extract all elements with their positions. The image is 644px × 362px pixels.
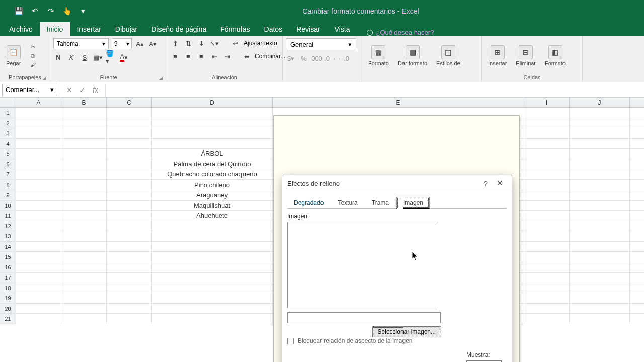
cell[interactable] — [61, 169, 107, 179]
cell[interactable] — [152, 273, 273, 283]
col-header[interactable]: C — [107, 98, 152, 107]
align-center-icon[interactable]: ≡ — [183, 51, 193, 61]
cell[interactable] — [524, 180, 570, 190]
cell[interactable] — [16, 221, 61, 231]
cell[interactable]: Quebracho colorado chaqueño — [152, 169, 273, 179]
font-name-select[interactable]: Tahoma▾ — [53, 38, 109, 49]
increase-indent-icon[interactable]: ⇥ — [222, 51, 232, 61]
merge-button[interactable]: Combinar... — [255, 53, 285, 60]
cell[interactable] — [524, 293, 570, 303]
close-button[interactable]: ✕ — [493, 178, 507, 188]
tab-archivo[interactable]: Archivo — [2, 22, 40, 36]
col-header[interactable]: A — [16, 98, 61, 107]
cell[interactable] — [61, 231, 107, 241]
tab-datos[interactable]: Datos — [257, 22, 290, 36]
tab-imagen[interactable]: Imagen — [396, 197, 430, 209]
cell[interactable] — [107, 149, 152, 159]
row-header[interactable]: 3 — [0, 128, 16, 138]
cell[interactable] — [107, 283, 152, 293]
borders-button[interactable]: ▦▾ — [93, 52, 103, 62]
cell[interactable] — [152, 108, 273, 118]
cell[interactable] — [107, 252, 152, 262]
cell[interactable] — [570, 118, 630, 128]
cell[interactable] — [152, 118, 273, 128]
align-bottom-icon[interactable]: ⬇ — [196, 38, 206, 48]
cell[interactable] — [16, 273, 61, 283]
cell[interactable] — [16, 242, 61, 252]
cell[interactable] — [570, 252, 630, 262]
col-header[interactable]: I — [524, 98, 570, 107]
cell[interactable] — [61, 211, 107, 221]
row-header[interactable]: 7 — [0, 169, 16, 179]
row-header[interactable]: 19 — [0, 293, 16, 303]
cell[interactable] — [107, 293, 152, 303]
cell[interactable] — [570, 304, 630, 314]
cell[interactable] — [16, 190, 61, 200]
customize-icon[interactable]: ▾ — [78, 7, 88, 16]
currency-icon[interactable]: $▾ — [286, 53, 296, 63]
row-header[interactable]: 2 — [0, 118, 16, 128]
cell[interactable] — [524, 118, 570, 128]
decrease-decimal-icon[interactable]: ←.0 — [338, 53, 348, 63]
cell[interactable] — [524, 149, 570, 159]
cell[interactable] — [524, 211, 570, 221]
format-cells-button[interactable]: ◧Formato — [542, 43, 569, 68]
cancel-formula-icon[interactable]: ✕ — [66, 86, 72, 94]
select-image-button[interactable]: Seleccionar imagen... — [372, 326, 441, 337]
cell[interactable] — [524, 190, 570, 200]
font-size-select[interactable]: 9▾ — [112, 38, 132, 49]
cell[interactable] — [152, 252, 273, 262]
cell[interactable] — [524, 221, 570, 231]
enter-formula-icon[interactable]: ✓ — [79, 86, 86, 94]
cell[interactable]: Araguaney — [152, 190, 273, 200]
cell[interactable] — [16, 128, 61, 138]
cell[interactable] — [152, 221, 273, 231]
cell[interactable] — [152, 262, 273, 273]
col-header[interactable]: B — [61, 98, 107, 107]
orientation-icon[interactable]: ⤡▾ — [209, 38, 219, 48]
underline-button[interactable]: S — [79, 52, 90, 62]
align-middle-icon[interactable]: ⇅ — [183, 38, 193, 48]
cell[interactable] — [570, 180, 630, 190]
grow-font-icon[interactable]: A▴ — [135, 39, 145, 49]
cell[interactable] — [16, 159, 61, 169]
align-right-icon[interactable]: ≡ — [196, 51, 206, 61]
cell[interactable] — [152, 128, 273, 138]
tab-formulas[interactable]: Fórmulas — [213, 22, 257, 36]
fill-color-button[interactable]: 🪣▾ — [106, 52, 116, 62]
increase-decimal-icon[interactable]: .0→ — [325, 53, 335, 63]
cell[interactable] — [570, 262, 630, 273]
cell[interactable] — [16, 180, 61, 190]
cell[interactable] — [524, 242, 570, 252]
shrink-font-icon[interactable]: A▾ — [148, 39, 158, 49]
cell[interactable] — [16, 149, 61, 159]
cell[interactable] — [61, 242, 107, 252]
cell[interactable] — [152, 293, 273, 303]
formula-input[interactable] — [105, 84, 644, 96]
cell[interactable] — [61, 159, 107, 169]
cell[interactable]: Palma de cera del Quindío — [152, 159, 273, 169]
row-header[interactable]: 9 — [0, 190, 16, 200]
cell[interactable] — [152, 139, 273, 149]
col-header[interactable]: D — [152, 98, 273, 107]
cell[interactable] — [61, 252, 107, 262]
tab-vista[interactable]: Vista — [328, 22, 357, 36]
cell[interactable] — [524, 128, 570, 138]
cell[interactable] — [524, 169, 570, 179]
cell[interactable] — [61, 118, 107, 128]
col-header[interactable]: E — [273, 98, 524, 107]
cell[interactable] — [107, 169, 152, 179]
percent-icon[interactable]: % — [299, 53, 309, 63]
cell[interactable] — [61, 190, 107, 200]
cell[interactable] — [524, 201, 570, 211]
cell[interactable] — [570, 293, 630, 303]
tab-diseno[interactable]: Diseño de página — [144, 22, 213, 36]
row-header[interactable]: 14 — [0, 242, 16, 252]
copy-icon[interactable]: ⧉ — [29, 52, 37, 59]
row-header[interactable]: 21 — [0, 314, 16, 324]
cell[interactable] — [107, 304, 152, 314]
row-header[interactable]: 20 — [0, 304, 16, 314]
cut-icon[interactable]: ✂ — [29, 43, 37, 50]
decrease-indent-icon[interactable]: ⇤ — [209, 51, 219, 61]
format-table-button[interactable]: ▤Dar formato — [395, 43, 430, 68]
